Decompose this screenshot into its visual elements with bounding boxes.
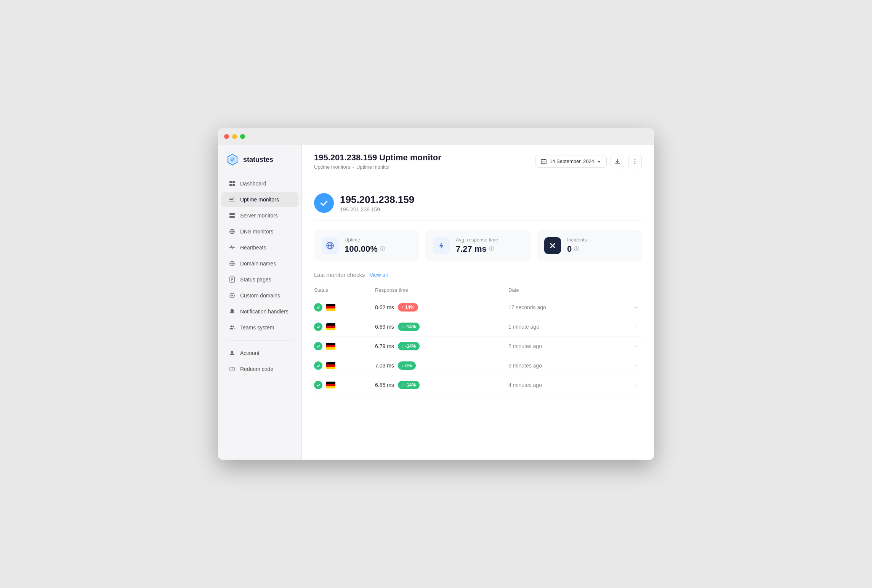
download-button[interactable]: [611, 155, 624, 168]
response-time: 6.85 ms: [375, 382, 394, 388]
sidebar-item-domain-names[interactable]: Domain names: [221, 256, 298, 271]
server-monitors-label: Server monitors: [240, 213, 278, 219]
flag-de: [326, 362, 335, 369]
svg-point-23: [231, 295, 233, 296]
sidebar-item-custom-domains[interactable]: Custom domains: [221, 288, 298, 303]
svg-rect-0: [229, 181, 232, 183]
svg-point-9: [233, 214, 234, 214]
response-time: 8.62 ms: [375, 304, 394, 310]
sidebar-item-dashboard[interactable]: Dashboard: [221, 176, 298, 191]
response-label: Avg. response time: [456, 237, 498, 243]
col-response: Response time: [375, 287, 508, 293]
nav-divider: [226, 340, 294, 340]
sidebar: statustes Dashboard Uptime monitors S: [218, 145, 302, 460]
svg-rect-3: [232, 184, 235, 186]
stat-card-response: Avg. response time 7.27 ms ⓘ: [425, 230, 531, 261]
uptime-info-icon[interactable]: ⓘ: [380, 246, 385, 252]
incidents-number: 0: [567, 244, 572, 254]
sidebar-item-uptime-monitors[interactable]: Uptime monitors: [221, 192, 298, 207]
col-status: Status: [314, 287, 375, 293]
uptime-stat-icon: [322, 237, 338, 254]
response-cell: 7.03 ms ↓ 0%: [375, 361, 508, 370]
checks-header: Last monitor checks View all: [314, 272, 642, 278]
table-row[interactable]: 6.69 ms ↓ -14% 1 minute ago →: [314, 317, 642, 337]
sidebar-item-notification-handlers[interactable]: Notification handlers: [221, 304, 298, 319]
uptime-value: 100.00% ⓘ: [345, 244, 385, 254]
table-row[interactable]: 8.62 ms ↑ 14% 17 seconds ago →: [314, 298, 642, 317]
incidents-info-icon[interactable]: ⓘ: [574, 246, 579, 252]
svg-point-10: [233, 217, 234, 217]
row-arrow-icon: →: [633, 362, 639, 369]
check-date: 17 seconds ago: [508, 304, 546, 310]
domain-names-label: Domain names: [240, 260, 276, 267]
sidebar-item-dns-monitors[interactable]: DNS monitors: [221, 224, 298, 239]
change-badge: ↓ -14%: [398, 381, 420, 389]
page-title: 195.201.238.159 Uptime monitor: [314, 153, 441, 163]
close-button[interactable]: [224, 134, 229, 139]
view-all-button[interactable]: View all: [369, 272, 388, 278]
dns-monitors-label: DNS monitors: [240, 228, 273, 235]
download-icon: [614, 158, 620, 165]
date-label: 14 September, 2024: [550, 158, 594, 164]
notification-icon: [229, 308, 236, 315]
maximize-button[interactable]: [240, 134, 245, 139]
incidents-label: Incidents: [567, 237, 587, 243]
sidebar-item-account[interactable]: Account: [221, 346, 298, 360]
incidents-value: 0 ⓘ: [567, 244, 587, 254]
breadcrumb-parent[interactable]: Uptime monitors: [314, 164, 350, 170]
sidebar-item-server-monitors[interactable]: Server monitors: [221, 208, 298, 223]
more-options-button[interactable]: [628, 155, 642, 168]
check-date: 1 minute ago: [508, 324, 539, 330]
bolt-icon: [437, 241, 446, 250]
check-status-icon: [314, 381, 322, 389]
table-row[interactable]: 6.85 ms ↓ -14% 4 minutes ago →: [314, 375, 642, 395]
svg-point-26: [231, 351, 233, 353]
row-arrow-icon: →: [633, 304, 639, 311]
uptime-monitors-label: Uptime monitors: [240, 197, 279, 203]
response-cell: 6.85 ms ↓ -14%: [375, 381, 508, 389]
svg-point-25: [232, 326, 234, 327]
svg-rect-4: [229, 198, 235, 198]
titlebar: [218, 128, 654, 145]
row-arrow-icon: →: [633, 382, 639, 388]
monitor-status-icon: [314, 193, 334, 213]
change-badge: ↑ 14%: [398, 303, 418, 312]
dns-icon: [229, 228, 236, 235]
date-picker-button[interactable]: 14 September, 2024: [535, 155, 607, 168]
stat-card-uptime: Uptime 100.00% ⓘ: [314, 230, 419, 261]
sidebar-item-teams-system[interactable]: Teams system: [221, 320, 298, 335]
uptime-label: Uptime: [345, 237, 385, 243]
svg-rect-6: [229, 201, 234, 201]
table-header: Status Response time Date: [314, 284, 642, 296]
minimize-button[interactable]: [232, 134, 237, 139]
teams-icon: [229, 324, 236, 331]
content-area: 195.201.238.159 Uptime monitor Uptime mo…: [302, 145, 654, 460]
notification-handlers-label: Notification handlers: [240, 308, 289, 315]
account-icon: [229, 350, 236, 356]
table-row[interactable]: 7.03 ms ↓ 0% 3 minutes ago →: [314, 356, 642, 375]
status-cell: [314, 381, 375, 389]
col-date: Date: [508, 287, 642, 293]
date-cell: 2 minutes ago →: [508, 343, 642, 350]
sidebar-item-status-pages[interactable]: Status pages: [221, 272, 298, 287]
teams-system-label: Teams system: [240, 324, 274, 331]
date-cell: 4 minutes ago →: [508, 382, 642, 388]
response-info-icon[interactable]: ⓘ: [489, 246, 494, 252]
table-row[interactable]: 6.79 ms ↓ -14% 2 minutes ago →: [314, 337, 642, 356]
sidebar-item-heartbeats[interactable]: Heartbeats: [221, 240, 298, 255]
monitor-info: 195.201.238.159 195.201.238.159: [340, 194, 414, 213]
chevron-down-icon: [597, 160, 601, 163]
incidents-stat-details: Incidents 0 ⓘ: [567, 237, 587, 254]
logo-text: statustes: [243, 156, 273, 164]
stats-row: Uptime 100.00% ⓘ Avg. response tim: [314, 230, 642, 261]
status-cell: [314, 303, 375, 312]
main-layout: statustes Dashboard Uptime monitors S: [218, 145, 654, 460]
globe-icon: [326, 241, 334, 250]
check-date: 3 minutes ago: [508, 363, 542, 369]
breadcrumb-separator: -: [353, 164, 354, 170]
uptime-number: 100.00%: [345, 244, 378, 254]
flag-de: [326, 304, 335, 311]
monitor-header: 195.201.238.159 195.201.238.159: [314, 185, 642, 221]
sidebar-item-redeem-code[interactable]: Redeem code: [221, 362, 298, 376]
breadcrumb-current: Uptime monitor: [356, 164, 390, 170]
